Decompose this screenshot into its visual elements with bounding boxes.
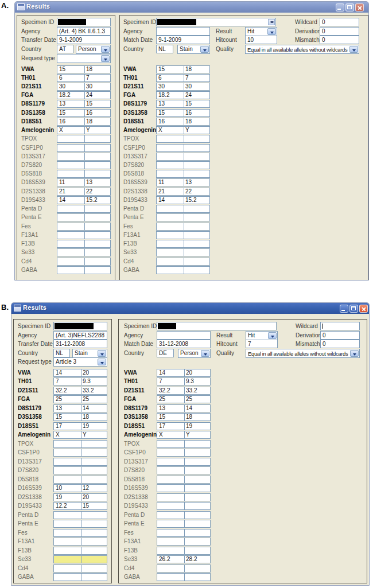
locus-pair-left[interactable]	[53, 564, 107, 573]
locus-pair-right[interactable]	[156, 258, 210, 266]
locus-pair-left[interactable]: XY	[53, 431, 107, 439]
chevron-down-icon[interactable]	[268, 332, 277, 339]
locus-pair-left[interactable]: 2122	[57, 188, 111, 196]
locus-pair-left[interactable]	[57, 248, 111, 256]
match-date-field[interactable]: 31-12-2008	[157, 340, 211, 348]
locus-pair-left[interactable]	[53, 458, 107, 466]
locus-pair-left[interactable]	[57, 135, 111, 143]
title-bar[interactable]: Results	[15, 2, 368, 13]
maximize-button[interactable]	[345, 3, 354, 11]
country-code-field[interactable]: DE	[157, 349, 174, 357]
locus-pair-right[interactable]	[157, 511, 211, 519]
locus-pair-left[interactable]	[57, 213, 111, 221]
locus-pair-right[interactable]	[157, 449, 211, 457]
request-type-combo[interactable]	[57, 54, 111, 63]
locus-pair-left[interactable]	[57, 170, 111, 178]
locus-pair-left[interactable]	[57, 231, 111, 239]
title-bar[interactable]: Results	[11, 303, 369, 314]
chevron-down-icon[interactable]	[98, 359, 106, 365]
wildcard-field[interactable]: 0	[320, 18, 359, 26]
derivation-field[interactable]: 0	[320, 27, 359, 36]
specimen-id-field[interactable]	[157, 322, 277, 330]
result-combo[interactable]: Hit	[245, 27, 277, 36]
agency-field[interactable]: (Art. 3)NEFLS2288	[53, 331, 107, 340]
locus-pair-right[interactable]: 1518	[156, 65, 210, 73]
locus-pair-right[interactable]: 18.224	[156, 91, 210, 99]
locus-pair-right[interactable]: 1518	[157, 413, 211, 421]
locus-pair-left[interactable]: 3030	[57, 83, 111, 91]
locus-pair-left[interactable]: 1618	[57, 118, 111, 126]
locus-pair-right[interactable]	[156, 144, 210, 152]
country-type-combo[interactable]: Person	[76, 45, 111, 54]
locus-pair-right[interactable]	[157, 529, 211, 537]
chevron-down-icon[interactable]	[350, 350, 359, 357]
agency-field[interactable]	[156, 27, 210, 36]
locus-pair-left[interactable]	[53, 449, 107, 457]
country-type-combo[interactable]: Person	[178, 349, 211, 358]
locus-pair-left[interactable]	[53, 511, 107, 519]
locus-pair-right[interactable]: 32.233.2	[157, 387, 211, 395]
locus-pair-right[interactable]: 1420	[157, 369, 211, 377]
locus-pair-right[interactable]	[157, 440, 211, 448]
locus-pair-left[interactable]	[53, 440, 107, 448]
locus-pair-left[interactable]: 1113	[57, 178, 111, 186]
locus-pair-left[interactable]: 1518	[57, 65, 111, 73]
locus-pair-left[interactable]: 32.233.2	[53, 387, 107, 395]
locus-pair-right[interactable]	[156, 266, 210, 274]
chevron-down-icon[interactable]	[101, 46, 110, 53]
hitcount-field[interactable]: 10	[245, 36, 277, 44]
locus-pair-right[interactable]	[156, 135, 210, 143]
locus-pair-right[interactable]: 67	[156, 74, 210, 82]
locus-pair-left[interactable]	[53, 529, 107, 537]
mismatch-field[interactable]: 0	[320, 36, 359, 44]
hitcount-field[interactable]: 7	[246, 340, 278, 348]
locus-pair-right[interactable]	[157, 502, 211, 510]
locus-pair-left[interactable]: 1012	[53, 484, 107, 492]
locus-pair-right[interactable]	[157, 458, 211, 466]
chevron-down-icon[interactable]	[98, 350, 106, 357]
locus-pair-right[interactable]	[156, 153, 210, 161]
locus-pair-left[interactable]	[57, 144, 111, 152]
locus-pair-left[interactable]: 1420	[53, 369, 107, 377]
locus-pair-left[interactable]	[57, 223, 111, 231]
locus-pair-left[interactable]: 1415.2	[57, 196, 111, 204]
minimize-button[interactable]	[336, 3, 344, 11]
quality-combo[interactable]: Equal in all available alleles without w…	[245, 45, 359, 54]
match-date-field[interactable]: 9-1-2009	[156, 36, 210, 44]
maximize-button[interactable]	[349, 305, 358, 313]
spinner-control[interactable]	[268, 19, 275, 25]
locus-pair-right[interactable]: 1719	[157, 422, 211, 430]
country-type-combo[interactable]: Stain	[177, 45, 210, 54]
locus-pair-left[interactable]	[57, 161, 111, 169]
locus-pair-left[interactable]	[57, 205, 111, 213]
specimen-id-field[interactable]	[57, 18, 111, 26]
locus-pair-left[interactable]: 12.215	[53, 502, 107, 510]
locus-pair-right[interactable]	[157, 484, 211, 492]
locus-pair-right[interactable]: 79.3	[157, 377, 211, 385]
minimize-button[interactable]	[340, 305, 348, 313]
locus-pair-left[interactable]: 1315	[57, 100, 111, 108]
chevron-down-icon[interactable]	[267, 28, 276, 35]
country-code-field[interactable]: AT	[57, 45, 73, 53]
locus-pair-left[interactable]	[53, 547, 107, 555]
locus-pair-left[interactable]	[57, 240, 111, 248]
locus-pair-left[interactable]	[53, 573, 107, 581]
transfer-date-field[interactable]: 9-1-2009	[57, 36, 111, 44]
locus-pair-left[interactable]: 1518	[53, 413, 107, 421]
chevron-down-icon[interactable]	[349, 46, 358, 53]
locus-pair-left[interactable]: 2525	[53, 395, 107, 403]
locus-pair-right[interactable]: 1415.2	[156, 196, 210, 204]
specimen-id-field[interactable]	[156, 18, 276, 26]
locus-pair-left[interactable]	[57, 266, 111, 274]
locus-pair-right[interactable]	[157, 538, 211, 546]
chevron-down-icon[interactable]	[200, 46, 209, 53]
specimen-id-field[interactable]	[53, 322, 107, 330]
transfer-date-field[interactable]: 31-12-2008	[53, 340, 107, 348]
locus-pair-right[interactable]	[157, 493, 211, 501]
locus-pair-left[interactable]: 67	[57, 74, 111, 82]
result-combo[interactable]: Hit	[246, 331, 278, 340]
locus-pair-right[interactable]	[157, 547, 211, 555]
close-button[interactable]	[355, 3, 364, 11]
locus-pair-right[interactable]	[156, 223, 210, 231]
mismatch-field[interactable]: 0	[320, 340, 360, 348]
